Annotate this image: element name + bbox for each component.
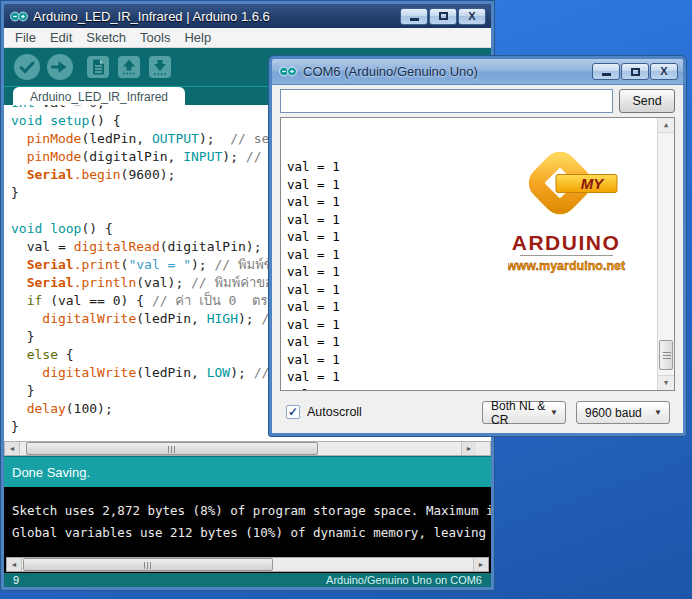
desktop-background: Arduino_LED_IR_Infrared | Arduino 1.6.6 … bbox=[0, 0, 692, 599]
arduino-logo-icon bbox=[279, 65, 297, 78]
arduino-logo-icon bbox=[10, 10, 28, 23]
main-titlebar[interactable]: Arduino_LED_IR_Infrared | Arduino 1.6.6 … bbox=[4, 4, 491, 28]
scroll-down-icon[interactable]: ▼ bbox=[658, 375, 674, 390]
close-button[interactable]: X bbox=[650, 63, 678, 80]
send-button-label: Send bbox=[632, 94, 661, 108]
open-button[interactable] bbox=[118, 56, 140, 78]
menu-tools[interactable]: Tools bbox=[133, 30, 177, 45]
baud-rate-dropdown[interactable]: 9600 baud ▼ bbox=[576, 401, 670, 424]
autoscroll-checkbox[interactable] bbox=[286, 405, 300, 419]
save-button[interactable] bbox=[149, 56, 171, 78]
serial-output-line: val = 1 bbox=[287, 228, 674, 246]
maximize-button[interactable] bbox=[429, 8, 457, 25]
window-title: Arduino_LED_IR_Infrared | Arduino 1.6.6 bbox=[33, 9, 270, 24]
console-line: Sketch uses 2,872 bytes (8%) of program … bbox=[12, 500, 491, 522]
serial-send-input[interactable] bbox=[280, 89, 613, 113]
editor-hscrollbar[interactable]: ◄ ► bbox=[4, 441, 491, 456]
menu-sketch[interactable]: Sketch bbox=[79, 30, 133, 45]
serial-output-line: val = 1 bbox=[287, 158, 674, 176]
status-board-port: Arduino/Genuino Uno on COM6 bbox=[326, 574, 482, 586]
maximize-button[interactable] bbox=[621, 63, 649, 80]
new-sketch-button[interactable] bbox=[87, 56, 109, 78]
serial-output-area[interactable]: val = 1val = 1val = 1val = 1val = 1val =… bbox=[280, 117, 675, 391]
close-icon: X bbox=[660, 66, 667, 77]
serial-vscrollbar[interactable]: ▲ ▼ bbox=[657, 118, 674, 390]
chevron-down-icon: ▼ bbox=[654, 408, 662, 417]
verify-icon bbox=[13, 53, 41, 81]
status-line-number: 9 bbox=[13, 574, 19, 586]
editor-hscroll-thumb[interactable] bbox=[26, 442, 318, 455]
scroll-left-icon[interactable]: ◄ bbox=[7, 558, 22, 571]
scroll-left-icon[interactable]: ◄ bbox=[5, 442, 20, 455]
scroll-up-icon[interactable]: ▲ bbox=[658, 118, 674, 133]
tab-sketch[interactable]: Arduino_LED_IR_Infrared bbox=[13, 87, 185, 105]
open-icon bbox=[118, 56, 140, 78]
console-hscroll-thumb[interactable] bbox=[23, 558, 273, 571]
minimize-button[interactable] bbox=[592, 63, 620, 80]
maximize-icon bbox=[439, 12, 448, 20]
status-bar: 9 Arduino/Genuino Uno on COM6 bbox=[4, 573, 491, 587]
line-ending-dropdown[interactable]: Both NL & CR ▼ bbox=[482, 401, 566, 424]
serial-output-line: val = 1 bbox=[287, 333, 674, 351]
save-icon bbox=[149, 56, 171, 78]
serial-bottom-bar: Autoscroll Both NL & CR ▼ 9600 baud ▼ bbox=[272, 391, 683, 433]
serial-output-line: val = 1 bbox=[287, 351, 674, 369]
menu-bar: FileEditSketchToolsHelp bbox=[4, 28, 491, 48]
scroll-right-icon[interactable]: ► bbox=[473, 558, 488, 571]
close-icon: X bbox=[468, 11, 475, 22]
menu-edit[interactable]: Edit bbox=[43, 30, 79, 45]
console-hscrollbar[interactable]: ◄ ► bbox=[4, 556, 491, 573]
serial-output-line: val = 1 bbox=[287, 193, 674, 211]
status-notice: Done Saving. bbox=[4, 456, 491, 487]
scroll-right-icon[interactable]: ► bbox=[461, 442, 476, 455]
maximize-icon bbox=[631, 68, 640, 76]
serial-vscroll-thumb[interactable] bbox=[659, 340, 673, 370]
serial-output-line: val = 1 bbox=[287, 176, 674, 194]
chevron-down-icon: ▼ bbox=[550, 408, 558, 417]
verify-button[interactable] bbox=[13, 53, 41, 81]
serial-window-title: COM6 (Arduino/Genuino Uno) bbox=[303, 64, 478, 79]
serial-output-line: val = 1 bbox=[287, 263, 674, 281]
serial-output-line: val = 1 bbox=[287, 298, 674, 316]
baud-rate-value: 9600 baud bbox=[585, 406, 642, 420]
new-sketch-icon bbox=[87, 56, 109, 78]
send-button[interactable]: Send bbox=[619, 89, 675, 113]
serial-titlebar[interactable]: COM6 (Arduino/Genuino Uno) X bbox=[272, 59, 683, 85]
serial-output-line: val = 1 bbox=[287, 316, 674, 334]
minimize-icon bbox=[410, 18, 419, 21]
minimize-button[interactable] bbox=[400, 8, 428, 25]
serial-output-line: val = 1 bbox=[287, 368, 674, 386]
autoscroll-label: Autoscroll bbox=[307, 405, 362, 419]
serial-output-line: val = 1 bbox=[287, 281, 674, 299]
menu-file[interactable]: File bbox=[8, 30, 43, 45]
upload-icon bbox=[46, 53, 74, 81]
serial-output-line: val = 1 bbox=[287, 211, 674, 229]
console-line: Global variables use 212 bytes (10%) of … bbox=[12, 522, 491, 544]
menu-help[interactable]: Help bbox=[177, 30, 218, 45]
serial-output-line: val = 1 bbox=[287, 246, 674, 264]
status-notice-text: Done Saving. bbox=[12, 465, 90, 480]
serial-monitor-window: COM6 (Arduino/Genuino Uno) X Send val = … bbox=[268, 55, 687, 437]
console-output: Sketch uses 2,872 bytes (8%) of program … bbox=[4, 487, 491, 556]
close-button[interactable]: X bbox=[458, 8, 486, 25]
minimize-icon bbox=[602, 73, 611, 76]
upload-button[interactable] bbox=[46, 53, 74, 81]
